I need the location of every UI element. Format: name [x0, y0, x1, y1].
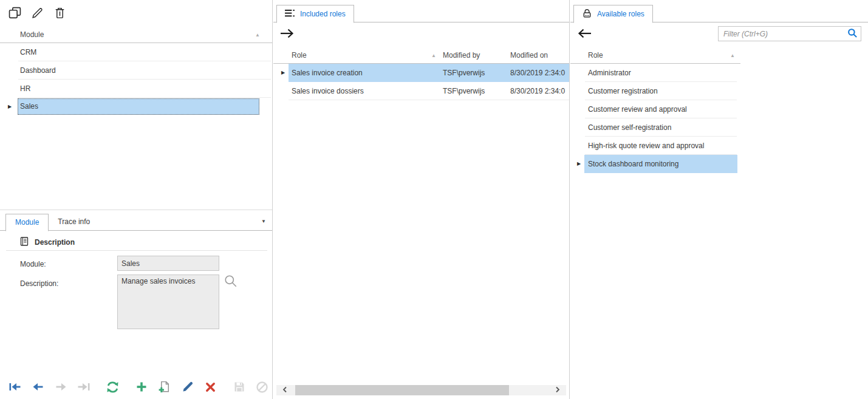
save-button[interactable]	[233, 381, 245, 395]
available-role-row-selected[interactable]: ▶ Stock dashboard monitoring	[570, 155, 740, 173]
included-role-row[interactable]: Sales invoice dossiers TSF\pverwijs 8/30…	[273, 82, 569, 100]
description-field-label: Description:	[20, 279, 58, 288]
available-roles-grid-header[interactable]: Role ▲	[570, 47, 740, 64]
available-roles-grid: Administrator Customer registration Cust…	[570, 64, 740, 173]
scroll-right-button[interactable]	[549, 385, 566, 395]
nav-previous-icon	[32, 381, 44, 394]
modules-grid: CRM Dashboard HR ▶ Sales	[0, 43, 272, 116]
nav-last-button[interactable]	[78, 381, 91, 395]
plus-icon	[135, 381, 148, 395]
nav-first-button[interactable]	[9, 381, 21, 395]
modified-by-column-header[interactable]: Modified by	[443, 47, 480, 63]
nav-last-icon	[78, 381, 91, 394]
description-field-textarea[interactable]: Manage sales invoices	[117, 275, 219, 329]
row-indicator-icon: ▶	[281, 64, 285, 82]
document-icon	[20, 236, 29, 248]
move-to-included-button[interactable]	[576, 27, 592, 41]
sort-asc-icon: ▲	[730, 53, 735, 58]
tab-module[interactable]: Module	[5, 214, 49, 231]
nav-first-icon	[9, 381, 21, 394]
tab-trace-info[interactable]: Trace info	[49, 214, 99, 231]
refresh-button[interactable]	[106, 381, 119, 395]
included-roles-grid-header[interactable]: Role ▲ Modified by Modified on	[273, 47, 569, 64]
copy-module-button[interactable]	[8, 7, 21, 21]
copy-add-icon	[158, 380, 171, 395]
tab-label: Available roles	[597, 10, 644, 18]
edit-record-button[interactable]	[181, 381, 194, 395]
included-role-row-selected[interactable]: ▶ Sales invoice creation TSF\pverwijs 8/…	[273, 64, 569, 82]
group-underline	[6, 250, 267, 251]
scroll-left-button[interactable]	[276, 385, 293, 395]
module-field-input[interactable]	[117, 256, 219, 271]
module-row-sales-selected[interactable]: ▶ Sales	[0, 98, 272, 116]
pencil-icon	[31, 7, 44, 21]
module-column-label: Module	[20, 27, 44, 43]
available-role-row[interactable]: Customer registration	[570, 82, 740, 100]
nav-previous-button[interactable]	[32, 381, 44, 395]
add-button[interactable]	[135, 381, 148, 395]
scrollbar-track[interactable]	[293, 385, 549, 395]
chevron-right-icon	[555, 386, 560, 395]
cancel-edit-button[interactable]	[256, 381, 268, 395]
filter-input[interactable]	[718, 26, 861, 41]
available-role-row[interactable]: Customer review and approval	[570, 100, 740, 118]
role-column-header[interactable]: Role	[292, 47, 307, 63]
cancel-icon	[256, 381, 268, 395]
tab-label: Included roles	[300, 10, 346, 18]
description-group-header: Description	[20, 236, 75, 248]
search-icon	[847, 28, 858, 40]
scrollbar-thumb[interactable]	[295, 385, 509, 395]
delete-x-icon	[205, 381, 216, 395]
nav-next-icon	[55, 381, 67, 394]
lock-icon	[582, 8, 592, 21]
delete-record-button[interactable]	[204, 381, 217, 395]
module-row-dashboard[interactable]: Dashboard	[0, 61, 272, 80]
module-row-hr[interactable]: HR	[0, 80, 272, 98]
save-floppy-icon	[233, 381, 245, 395]
copy-icon	[9, 7, 21, 21]
module-column-header[interactable]: Module ▲	[0, 27, 272, 43]
module-row-crm[interactable]: CRM	[0, 43, 272, 61]
available-role-row[interactable]: High-risk quote review and approval	[570, 137, 740, 155]
arrow-left-icon	[576, 27, 592, 41]
modules-panel: Module ▲ CRM Dashboard HR ▶ Sales Module…	[0, 0, 273, 399]
row-separator	[289, 100, 569, 100]
nav-next-button[interactable]	[55, 381, 67, 395]
grid-bottom-border	[0, 210, 272, 210]
delete-module-button[interactable]	[53, 7, 66, 21]
trash-icon	[54, 7, 66, 21]
arrow-right-icon	[279, 27, 295, 41]
description-zoom-button[interactable]	[224, 275, 238, 289]
sort-asc-icon: ▲	[255, 32, 260, 38]
group-title: Description	[35, 238, 75, 247]
available-role-row[interactable]: Customer self-registration	[570, 118, 740, 137]
list-icon	[285, 9, 295, 19]
filter-search-button[interactable]	[846, 28, 858, 39]
move-to-available-button[interactable]	[279, 27, 295, 41]
edit-pencil-icon	[182, 381, 194, 395]
available-role-row[interactable]: Administrator	[570, 64, 740, 82]
record-nav-toolbar	[9, 378, 268, 398]
role-management-app: { "colors": { "accent_blue": "#1177d7", …	[0, 0, 868, 399]
modified-on-column-header[interactable]: Modified on	[510, 47, 548, 63]
zoom-icon	[224, 274, 238, 290]
chevron-down-icon[interactable]: ▼	[261, 219, 266, 224]
included-roles-panel: Included roles Role ▲ Modified by Modifi…	[273, 0, 570, 399]
edit-module-button[interactable]	[30, 7, 44, 21]
row-indicator-icon: ▶	[577, 155, 581, 173]
tab-included-roles[interactable]: Included roles	[276, 5, 354, 23]
sort-asc-icon: ▲	[431, 53, 436, 58]
row-indicator-icon: ▶	[8, 98, 12, 116]
chevron-left-icon	[282, 386, 287, 395]
detail-tabstrip: Module Trace info ▼	[0, 214, 272, 231]
role-column-header[interactable]: Role	[588, 47, 603, 63]
available-roles-tabstrip: Available roles	[570, 5, 868, 22]
copy-record-button[interactable]	[158, 381, 171, 395]
modules-toolbar	[8, 7, 66, 21]
selection-highlight: Sales	[18, 98, 259, 115]
horizontal-scrollbar	[276, 385, 566, 395]
tab-available-roles[interactable]: Available roles	[573, 5, 653, 23]
included-roles-grid: ▶ Sales invoice creation TSF\pverwijs 8/…	[273, 64, 569, 100]
available-roles-panel: Available roles Role ▲ Administrator Cus…	[570, 0, 868, 399]
module-field-label: Module:	[20, 260, 46, 268]
